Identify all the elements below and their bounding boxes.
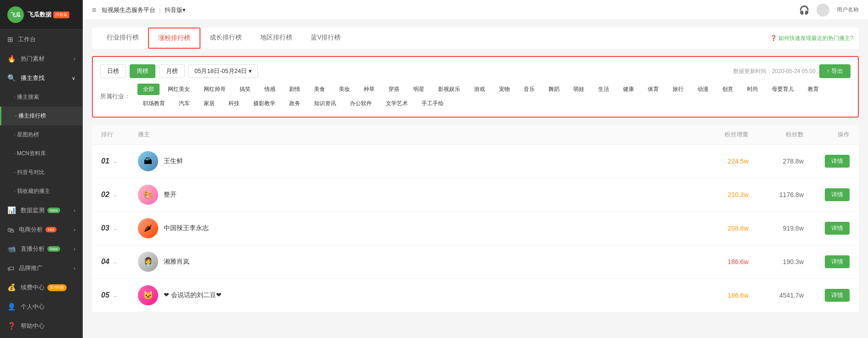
anchor-name: 中国辣王李永志 <box>164 224 209 232</box>
chevron-icon: › <box>74 208 75 213</box>
col-header-action: 操作 <box>804 130 850 139</box>
industry-tag-10[interactable]: 明星 <box>408 84 430 95</box>
industry-tag-0[interactable]: 全部 <box>137 84 160 95</box>
username-label: 用户名称 <box>837 6 859 14</box>
anchor-name: 整开 <box>164 191 177 199</box>
industry-tag-16[interactable]: 萌娃 <box>568 84 590 95</box>
industry-tag-4[interactable]: 情感 <box>259 84 281 95</box>
industry-tag-29[interactable]: 科技 <box>223 98 245 109</box>
industry-tag-27[interactable]: 汽车 <box>173 98 195 109</box>
hot-badge: Hot <box>46 227 57 232</box>
industry-tag-7[interactable]: 美妆 <box>333 84 355 95</box>
industry-tag-18[interactable]: 健康 <box>617 84 640 95</box>
rank-cell: 01 -- <box>101 157 138 165</box>
month-btn[interactable]: 月榜 <box>159 64 185 78</box>
action-cell: 详情 <box>804 188 850 201</box>
fans-count-cell: 190.3w <box>748 258 804 265</box>
tab-industry[interactable]: 行业排行榜 <box>97 28 148 48</box>
industry-tag-6[interactable]: 美食 <box>308 84 331 95</box>
day-btn[interactable]: 日榜 <box>100 64 126 78</box>
anchor-cell: 🌶 中国辣王李永志 <box>138 218 684 238</box>
detail-button[interactable]: 详情 <box>825 289 850 302</box>
chevron-icon: › <box>74 227 75 232</box>
industry-tag-9[interactable]: 穿搭 <box>383 84 405 95</box>
table-row: 03 -- 🌶 中国辣王李永志 208.8w 919.8w 详情 <box>92 212 859 245</box>
industry-tag-31[interactable]: 政务 <box>284 98 306 109</box>
industry-tag-15[interactable]: 舞蹈 <box>543 84 565 95</box>
tab-region[interactable]: 地区排行榜 <box>251 28 302 48</box>
platform-selector[interactable]: 抖音版 ▾ <box>165 6 186 14</box>
sidebar-item-label: 工作台 <box>18 35 36 44</box>
industry-tag-20[interactable]: 旅行 <box>667 84 689 95</box>
sidebar-item-data-monitor[interactable]: 📊 数据监测 New › <box>0 201 83 220</box>
sidebar-item-hot-material[interactable]: 🔥 热门素材 › <box>0 49 83 68</box>
sidebar-item-tiktok-compare[interactable]: · 抖音号对比 <box>0 163 83 182</box>
table-row: 04 -- 👩‍⚕️ 湘雅肖岚 186.6w 190.3w 详情 <box>92 245 859 279</box>
anchor-avatar: 🏔 <box>138 151 158 171</box>
industry-tag-24[interactable]: 母婴育儿 <box>766 84 799 95</box>
sidebar-item-help[interactable]: ❓ 帮助中心 <box>0 316 83 336</box>
menu-icon[interactable]: ≡ <box>92 6 96 14</box>
industry-tag-13[interactable]: 宠物 <box>493 84 515 95</box>
detail-button[interactable]: 详情 <box>825 188 850 201</box>
sidebar-item-renew[interactable]: 💰 续费中心 年付6折 <box>0 278 83 297</box>
tab-growth[interactable]: 成长排行榜 <box>200 28 251 48</box>
industry-tag-30[interactable]: 摄影教学 <box>248 98 281 109</box>
sidebar-item-anchor-rank[interactable]: · 播主排行榜 <box>0 107 83 125</box>
fans-increment: 186.6w <box>728 258 748 265</box>
industry-tag-23[interactable]: 时尚 <box>742 84 764 95</box>
sidebar-item-mcn[interactable]: · MCN资料库 <box>0 144 83 163</box>
industry-tag-35[interactable]: 手工手绘 <box>416 98 449 109</box>
week-btn[interactable]: 周榜 <box>130 64 155 78</box>
detail-button[interactable]: 详情 <box>825 255 850 268</box>
headset-icon[interactable]: 🎧 <box>799 5 809 15</box>
sidebar-item-personal[interactable]: 👤 个人中心 <box>0 297 83 316</box>
sidebar-item-anchor-search-sub[interactable]: · 播主搜索 <box>0 88 83 107</box>
industry-tag-5[interactable]: 剧情 <box>284 84 306 95</box>
sidebar-item-live[interactable]: 📹 直播分析 New › <box>0 239 83 259</box>
fans-count: 919.8w <box>783 225 804 232</box>
industry-tag-34[interactable]: 文学艺术 <box>380 98 413 109</box>
anchor-info: 🐱 ❤ 会说话的刘二豆❤ <box>138 285 684 305</box>
anchor-avatar: 👩‍⚕️ <box>138 252 158 272</box>
sidebar-item-brand[interactable]: 🏷 品牌推广 › <box>0 259 83 278</box>
tab-bluev[interactable]: 蓝V排行榜 <box>302 28 350 48</box>
col-header-rank: 排行 <box>101 130 138 139</box>
brand-icon: 🏷 <box>7 265 14 272</box>
industry-tag-2[interactable]: 网红帅哥 <box>198 84 231 95</box>
sidebar-item-my-anchor[interactable]: · 我收藏的播主 <box>0 182 83 201</box>
sidebar-item-ecommerce[interactable]: 🛍 电商分析 Hot › <box>0 220 83 239</box>
industry-tag-11[interactable]: 影视娱乐 <box>433 84 466 95</box>
industry-tag-8[interactable]: 种草 <box>358 84 380 95</box>
fans-count-cell: 4541.7w <box>748 292 804 299</box>
sidebar-item-anchor-search[interactable]: 🔍 播主查找 ∨ <box>0 68 83 88</box>
detail-button[interactable]: 详情 <box>825 222 850 235</box>
main-content: ≡ 短视频生态服务平台 | 抖音版 ▾ 🎧 用户名称 行业排行榜 涨粉排行榜 成… <box>83 0 868 338</box>
anchor-cell: 👩‍⚕️ 湘雅肖岚 <box>138 252 684 272</box>
industry-tag-26[interactable]: 职场教育 <box>137 98 171 109</box>
sidebar-item-star-map[interactable]: · 星图热榜 <box>0 125 83 144</box>
fans-count: 278.8w <box>783 158 804 165</box>
industry-tag-21[interactable]: 动漫 <box>692 84 714 95</box>
tab-hint[interactable]: ❓ 如何快速发现最近的热门播主? <box>770 29 853 48</box>
industry-tag-19[interactable]: 体育 <box>642 84 664 95</box>
export-button[interactable]: ↑ 导出 <box>819 64 851 78</box>
industry-tag-28[interactable]: 家居 <box>198 98 220 109</box>
video-icon: 📹 <box>7 245 16 253</box>
industry-tag-33[interactable]: 办公软件 <box>344 98 377 109</box>
date-range-selector[interactable]: 05月18日-05月24日 ▾ <box>188 64 258 78</box>
industry-tag-32[interactable]: 知识资讯 <box>308 98 342 109</box>
tab-fans-growth[interactable]: 涨粉排行榜 <box>148 28 200 49</box>
industry-tag-12[interactable]: 游戏 <box>468 84 491 95</box>
industry-tag-3[interactable]: 搞笑 <box>234 84 256 95</box>
industry-tag-25[interactable]: 教育 <box>802 84 824 95</box>
industry-tag-14[interactable]: 音乐 <box>518 84 540 95</box>
industry-tag-17[interactable]: 生活 <box>593 84 615 95</box>
action-cell: 详情 <box>804 222 850 235</box>
industry-tag-1[interactable]: 网红美女 <box>162 84 195 95</box>
detail-button[interactable]: 详情 <box>825 155 850 168</box>
logo-badge: 抖音版 <box>53 11 69 18</box>
sidebar-item-label: · 星图热榜 <box>14 131 39 139</box>
sidebar-item-workspace[interactable]: ⊞ 工作台 <box>0 30 83 49</box>
industry-tag-22[interactable]: 创意 <box>717 84 739 95</box>
